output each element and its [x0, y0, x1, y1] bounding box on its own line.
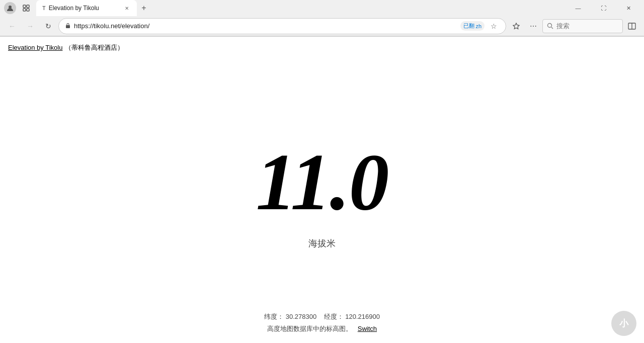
new-tab-button[interactable]: + [137, 1, 151, 15]
tab-favicon: T [42, 5, 46, 11]
svg-point-6 [548, 24, 552, 28]
svg-rect-4 [27, 9, 29, 11]
minimize-button[interactable]: — [567, 0, 590, 16]
title-bar: T Elevation by Tikolu ✕ + — ⛶ ✕ [0, 0, 644, 16]
more-button[interactable]: ⋯ [525, 18, 541, 34]
refresh-button[interactable]: ↻ [40, 18, 56, 34]
window-controls-left [4, 2, 32, 14]
address-input[interactable] [74, 22, 457, 30]
watermark: 小 [609, 308, 639, 338]
latitude-value: 30.278300 [286, 313, 316, 320]
longitude-value: 120.216900 [345, 313, 380, 320]
tab-close-button[interactable]: ✕ [123, 4, 131, 12]
svg-rect-5 [66, 25, 70, 28]
page-content: Elevation by Tikolu （蒂科鲁高程酒店） 11.0 海拔米 纬… [0, 37, 644, 343]
translate-badge[interactable]: 已翻 zh [460, 21, 485, 31]
search-icon [547, 23, 553, 29]
search-input[interactable] [556, 22, 607, 30]
translate-lang: zh [475, 23, 481, 29]
latitude-label: 纬度： [264, 313, 284, 320]
source-text: 高度地图数据库中的标高图。 [267, 325, 352, 332]
svg-rect-1 [23, 5, 26, 8]
watermark-logo: 小 [611, 311, 636, 336]
elevation-value: 11.0 [256, 142, 388, 222]
close-button[interactable]: ✕ [617, 0, 640, 16]
window-controls-right: — ⛶ ✕ [567, 0, 640, 16]
browser-chrome: T Elevation by Tikolu ✕ + — ⛶ ✕ ← → ↻ 已翻… [0, 0, 644, 37]
svg-rect-2 [27, 5, 29, 8]
tab-title: Elevation by Tikolu [49, 5, 120, 12]
page-link-subtitle: （蒂科鲁高程酒店） [65, 44, 124, 51]
nav-right-icons: ⋯ [508, 18, 640, 34]
footer-info: 纬度： 30.278300 经度： 120.216900 高度地图数据库中的标高… [0, 312, 644, 343]
elevation-display: 11.0 海拔米 [0, 58, 644, 312]
translate-label: 已翻 [463, 22, 474, 30]
svg-line-7 [551, 27, 553, 29]
page-header: Elevation by Tikolu （蒂科鲁高程酒店） [0, 37, 644, 58]
nav-bar: ← → ↻ 已翻 zh ☆ ⋯ [0, 16, 644, 36]
svg-rect-3 [23, 9, 26, 11]
coordinates-text: 纬度： 30.278300 经度： 120.216900 [264, 312, 380, 321]
search-bar-container [542, 19, 623, 33]
address-bar-container: 已翻 zh ☆ [58, 18, 506, 34]
page-main-link[interactable]: Elevation by Tikolu [8, 44, 62, 51]
maximize-button[interactable]: ⛶ [592, 0, 615, 16]
forward-button[interactable]: → [22, 18, 38, 34]
split-view-button[interactable] [624, 18, 640, 34]
tab-bar-area: T Elevation by Tikolu ✕ + [36, 0, 567, 16]
active-tab[interactable]: T Elevation by Tikolu ✕ [36, 0, 137, 16]
back-button[interactable]: ← [4, 18, 20, 34]
lock-icon [65, 23, 71, 30]
profile-icon[interactable] [4, 2, 16, 14]
bookmark-button[interactable]: ☆ [488, 20, 500, 32]
favorites-button[interactable] [508, 18, 524, 34]
switch-link[interactable]: Switch [358, 325, 377, 332]
extensions-icon[interactable] [20, 2, 32, 14]
source-line: 高度地图数据库中的标高图。 Switch [267, 324, 377, 333]
elevation-unit: 海拔米 [308, 237, 336, 249]
longitude-label: 经度： [324, 313, 344, 320]
